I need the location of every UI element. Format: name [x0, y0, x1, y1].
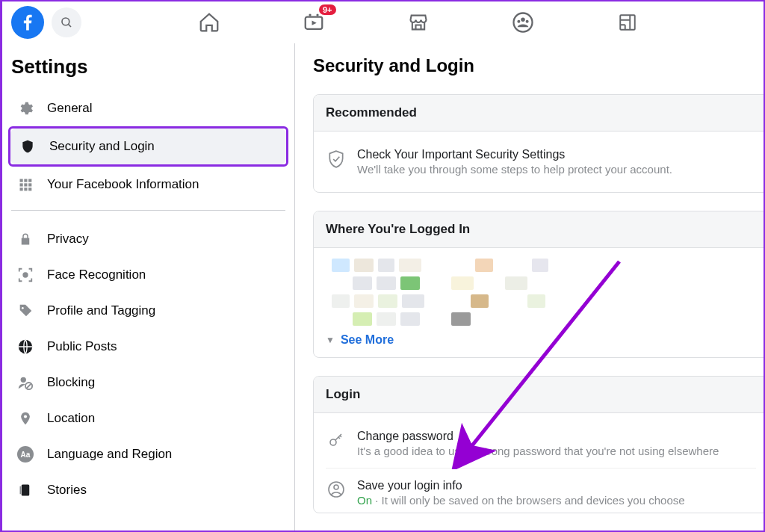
- home-icon: [198, 11, 220, 34]
- nav-home[interactable]: [194, 7, 224, 37]
- sidebar-item-label: Privacy: [47, 232, 89, 247]
- svg-point-3: [309, 13, 311, 16]
- settings-title: Settings: [11, 55, 285, 78]
- nav-marketplace[interactable]: [403, 7, 433, 37]
- svg-rect-27: [20, 486, 22, 495]
- sidebar-item-stories[interactable]: Stories: [8, 472, 288, 508]
- sessions-card: Where You're Logged In ▼ See More: [313, 211, 764, 358]
- svg-rect-14: [24, 183, 27, 186]
- svg-rect-17: [24, 188, 27, 191]
- change-password-sub: It's a good idea to use a strong passwor…: [357, 445, 719, 457]
- sidebar-item-face[interactable]: Face Recognition: [8, 257, 288, 293]
- search-icon: [60, 16, 73, 29]
- svg-point-20: [22, 307, 24, 309]
- location-icon: [16, 409, 35, 428]
- sessions-blurred-3: [332, 294, 756, 308]
- tag-icon: [16, 301, 35, 321]
- caret-down-icon: ▼: [326, 335, 335, 345]
- sidebar-item-label: Your Facebook Information: [47, 177, 199, 192]
- shield-icon: [18, 137, 37, 156]
- top-nav: 9+: [2, 1, 764, 43]
- svg-line-24: [27, 384, 31, 389]
- svg-rect-11: [24, 179, 27, 182]
- page-title: Security and Login: [313, 55, 764, 76]
- svg-rect-18: [28, 188, 31, 191]
- svg-rect-10: [20, 179, 23, 182]
- sidebar-item-privacy[interactable]: Privacy: [8, 221, 288, 257]
- recommended-card: Recommended Check Your Important Securit…: [313, 94, 764, 193]
- facebook-logo[interactable]: [11, 6, 44, 39]
- marketplace-icon: [408, 12, 429, 33]
- notification-badge: 9+: [319, 4, 336, 15]
- search-button[interactable]: [52, 7, 81, 37]
- nav-watch[interactable]: 9+: [299, 7, 329, 37]
- svg-point-6: [521, 18, 525, 22]
- recommended-row[interactable]: Check Your Important Security Settings W…: [326, 142, 756, 182]
- svg-rect-26: [22, 485, 30, 496]
- sidebar-item-security[interactable]: Security and Login: [10, 129, 286, 164]
- svg-rect-13: [20, 183, 23, 186]
- svg-rect-12: [28, 179, 31, 182]
- globe-icon: [16, 337, 35, 356]
- svg-point-5: [513, 13, 532, 32]
- svg-rect-15: [28, 183, 31, 186]
- watch-icon: [303, 11, 325, 34]
- user-circle-icon: [326, 479, 347, 498]
- sessions-blurred: [332, 259, 756, 272]
- settings-sidebar: Settings General Security and Login Your…: [2, 43, 295, 532]
- sidebar-item-label: Stories: [47, 483, 87, 498]
- sidebar-item-label: Face Recognition: [47, 267, 146, 282]
- gaming-icon: [618, 13, 637, 32]
- grid-icon: [16, 175, 35, 194]
- svg-point-30: [334, 485, 338, 489]
- sidebar-item-blocking[interactable]: Blocking: [8, 365, 288, 400]
- shield-check-icon: [326, 148, 347, 169]
- login-card: Login Change password It's a good idea t…: [313, 376, 764, 513]
- divider: [11, 210, 285, 211]
- sidebar-item-profile-tagging[interactable]: Profile and Tagging: [8, 293, 288, 329]
- stories-icon: [16, 480, 35, 500]
- groups-icon: [512, 11, 534, 34]
- svg-point-8: [525, 20, 528, 23]
- recommended-header: Recommended: [314, 95, 764, 132]
- sidebar-item-general[interactable]: General: [8, 90, 288, 126]
- svg-rect-16: [20, 188, 23, 191]
- lock-icon: [16, 229, 35, 249]
- sidebar-item-label: Security and Login: [49, 139, 155, 154]
- key-icon: [326, 430, 347, 449]
- save-login-row[interactable]: Save your login info On · It will only b…: [326, 468, 756, 513]
- svg-point-28: [330, 439, 336, 445]
- sidebar-item-label: Location: [47, 411, 95, 426]
- content-area: Security and Login Recommended Check You…: [295, 43, 764, 532]
- see-more-label: See More: [341, 333, 394, 347]
- recommended-sub: We'll take you through some steps to hel…: [357, 163, 672, 176]
- gear-icon: [16, 99, 35, 118]
- language-icon: Aa: [16, 445, 35, 464]
- sidebar-item-location[interactable]: Location: [8, 400, 288, 436]
- sessions-header: Where You're Logged In: [314, 211, 764, 248]
- svg-point-22: [21, 377, 26, 383]
- svg-line-1: [69, 25, 71, 27]
- sessions-blurred-2: [353, 276, 756, 290]
- svg-rect-9: [620, 15, 635, 30]
- change-password-row[interactable]: Change password It's a good idea to use …: [326, 424, 756, 463]
- sidebar-item-your-info[interactable]: Your Facebook Information: [8, 167, 288, 202]
- sidebar-item-label: General: [47, 101, 92, 116]
- change-password-title: Change password: [357, 430, 719, 443]
- sidebar-item-language[interactable]: Aa Language and Region: [8, 436, 288, 472]
- sidebar-item-label: Public Posts: [47, 339, 117, 354]
- see-more-link[interactable]: ▼ See More: [326, 333, 756, 347]
- nav-groups[interactable]: [508, 7, 538, 37]
- save-login-title: Save your login info: [357, 479, 685, 492]
- save-login-sub: On · It will only be saved on the browse…: [357, 494, 685, 507]
- sessions-blurred-4: [353, 312, 756, 326]
- svg-point-19: [22, 272, 28, 277]
- sidebar-item-public-posts[interactable]: Public Posts: [8, 329, 288, 365]
- face-icon: [16, 265, 35, 285]
- sidebar-item-label: Profile and Tagging: [47, 303, 155, 318]
- login-header: Login: [314, 377, 764, 413]
- nav-gaming[interactable]: [613, 7, 642, 37]
- svg-point-25: [24, 415, 27, 418]
- svg-point-0: [62, 18, 69, 25]
- block-icon: [16, 373, 35, 392]
